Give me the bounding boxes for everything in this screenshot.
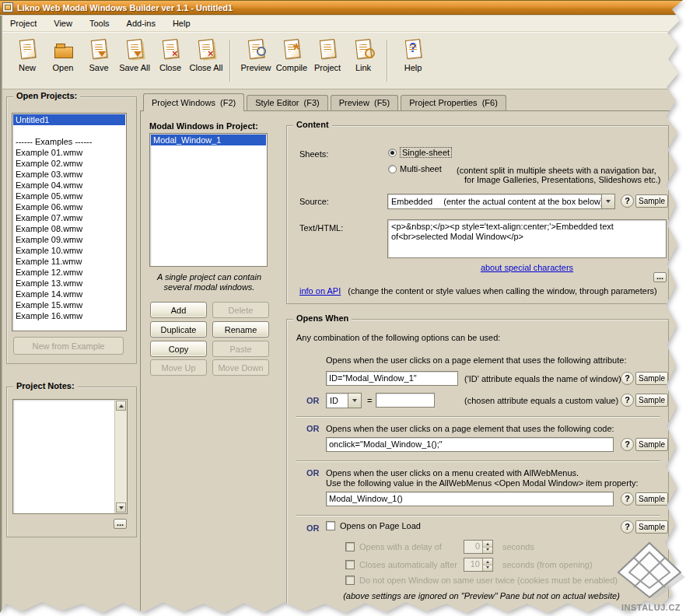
project-list-item[interactable]: Example 09.wmw (13, 234, 125, 245)
arrow-down-icon (486, 566, 489, 570)
menu-project[interactable]: Project (2, 16, 45, 30)
spinner-up-button[interactable] (483, 558, 492, 565)
project-list-item[interactable]: ------ Examples ------ (13, 136, 125, 147)
menu-help[interactable]: Help (164, 16, 199, 30)
cookie-checkbox[interactable]: Do not open Window on same user twice (c… (345, 576, 618, 585)
toolbar-button-project[interactable]: Project (310, 37, 345, 72)
source-label: Source: (299, 197, 329, 206)
project-list-item[interactable]: Example 16.wmw (13, 310, 125, 321)
toolbar-button-new[interactable]: New (9, 37, 45, 72)
toolbar-button-save-all[interactable]: Save All (117, 37, 152, 72)
tab-project-properties-f6[interactable]: Project Properties (F6) (401, 95, 506, 110)
pageload-sample-button[interactable]: Sample (635, 520, 668, 534)
project-list-item[interactable]: Example 04.wmw (13, 180, 125, 191)
menu-value-input[interactable]: Modal_Window_1() (326, 492, 614, 506)
toolbar-button-close-all[interactable]: Close All (188, 37, 224, 72)
scroll-up-button[interactable] (116, 401, 126, 411)
spinner-up-button[interactable] (483, 541, 492, 547)
delete-button[interactable]: Delete (212, 302, 269, 318)
toolbar-button-compile[interactable]: Compile (274, 37, 310, 72)
tab-preview-f5[interactable]: Preview (F5) (331, 95, 398, 110)
attr-sample-button[interactable]: Sample (635, 372, 668, 385)
info-on-api-link[interactable]: info on API (299, 286, 341, 296)
toolbar-button-link[interactable]: Link (345, 37, 381, 72)
delay-spinner[interactable]: 0 (464, 540, 493, 554)
project-list-item[interactable]: Example 15.wmw (13, 299, 125, 310)
menu-help-button[interactable]: ? (621, 492, 634, 506)
attribute-select-dropdown[interactable]: ID (326, 393, 362, 408)
notes-scrollbar[interactable] (114, 400, 127, 513)
modal-windows-list[interactable]: Modal_Window_1 (149, 133, 268, 267)
tab-project-windows-f2[interactable]: Project Windows (F2) (143, 93, 244, 111)
project-list-item[interactable] (13, 125, 125, 136)
menu-sample-button[interactable]: Sample (635, 492, 668, 506)
auto-close-label: Closes automatically after (359, 560, 459, 569)
code-sample-button[interactable]: Sample (635, 438, 668, 451)
menu-view[interactable]: View (45, 16, 81, 30)
source-help-button[interactable]: ? (621, 194, 634, 208)
project-list-item[interactable]: Example 05.wmw (13, 191, 125, 201)
rename-button[interactable]: Rename (212, 321, 269, 338)
dropdown-arrow-button[interactable] (348, 394, 361, 408)
project-list-item[interactable]: Example 07.wmw (13, 212, 125, 223)
notes-ellipsis-button[interactable]: ... (114, 519, 127, 529)
dropdown-arrow-button[interactable] (601, 194, 614, 208)
about-special-characters-link[interactable]: about special characters (481, 263, 573, 272)
project-list-item[interactable]: Example 12.wmw (13, 267, 125, 278)
page-load-checkbox[interactable]: Opens on Page Load (326, 521, 421, 530)
toolbar-button-preview[interactable]: Preview (238, 37, 274, 72)
project-list-item[interactable]: Example 01.wmw (13, 147, 125, 158)
modal-window-list-item[interactable]: Modal_Window_1 (151, 135, 266, 145)
attr-input[interactable]: ID="Modal_Window_1" (326, 371, 458, 386)
tab-style-editor-f3[interactable]: Style Editor (F3) (247, 95, 328, 110)
toolbar-button-save[interactable]: Save (81, 37, 117, 72)
project-list-item[interactable]: Example 14.wmw (13, 289, 125, 299)
spinner-down-button[interactable] (483, 565, 492, 572)
delay-checkbox[interactable]: Opens with a delay of 0 seconds (345, 540, 534, 554)
project-list-item[interactable]: Example 03.wmw (13, 169, 125, 180)
custom-attr-help-button[interactable]: ? (621, 394, 634, 407)
move-down-button[interactable]: Move Down (212, 359, 269, 376)
project-list-item[interactable]: Example 10.wmw (13, 245, 125, 256)
new-from-example-button[interactable]: New from Example (13, 337, 124, 355)
source-dropdown[interactable]: Embedded(enter the actual content at the… (387, 194, 615, 209)
duplicate-button[interactable]: Duplicate (150, 321, 207, 338)
add-button[interactable]: Add (150, 302, 207, 318)
move-up-button[interactable]: Move Up (150, 359, 207, 376)
custom-attr-sample-button[interactable]: Sample (635, 394, 668, 407)
custom-attr-value-input[interactable] (376, 393, 435, 408)
auto-close-spinner[interactable]: 10 (464, 558, 493, 572)
auto-close-checkbox[interactable]: Closes automatically after 10 seconds (f… (345, 558, 593, 572)
toolbar-button-close[interactable]: Close (152, 37, 188, 72)
project-notes-input[interactable] (12, 399, 128, 514)
text-html-ellipsis-button[interactable]: ... (653, 272, 667, 282)
source-sample-button[interactable]: Sample (635, 194, 668, 208)
title-bar[interactable]: Likno Web Modal Windows Builder ver 1.1 … (0, 0, 686, 15)
toolbar-button-help[interactable]: Help (395, 37, 431, 72)
single-sheet-radio[interactable]: Single-sheet (388, 147, 452, 158)
code-input[interactable]: onclick="Modal_Window_1();" (326, 437, 614, 452)
text-html-input[interactable]: <p>&nbsp;</p><p style='text-align:center… (387, 219, 667, 258)
project-list-item[interactable]: Example 02.wmw (13, 158, 125, 169)
save-all-icon (121, 38, 148, 61)
menu-tools[interactable]: Tools (81, 16, 118, 30)
code-help-button[interactable]: ? (621, 438, 634, 451)
paste-button[interactable]: Paste (212, 341, 269, 357)
copy-button[interactable]: Copy (150, 341, 207, 357)
project-list-item[interactable]: Example 13.wmw (13, 278, 125, 289)
compile-icon (278, 38, 305, 61)
attr-help-button[interactable]: ? (621, 372, 634, 385)
menu-add-ins[interactable]: Add-ins (118, 16, 164, 30)
spinner-down-button[interactable] (483, 547, 492, 554)
project-list-item[interactable]: Example 06.wmw (13, 201, 125, 212)
open-projects-list[interactable]: Untitled1 ------ Examples ------Example … (12, 113, 127, 331)
toolbar-button-open[interactable]: Open (45, 37, 81, 72)
separator (296, 515, 660, 516)
multi-sheet-radio[interactable]: Multi-sheet (388, 164, 442, 173)
pageload-help-button[interactable]: ? (621, 520, 634, 534)
project-list-item[interactable]: Untitled1 (13, 114, 125, 125)
delay-label: Opens with a delay of (359, 542, 459, 551)
scroll-down-button[interactable] (116, 502, 126, 513)
project-list-item[interactable]: Example 08.wmw (13, 223, 125, 234)
project-list-item[interactable]: Example 11.wmw (13, 256, 125, 267)
